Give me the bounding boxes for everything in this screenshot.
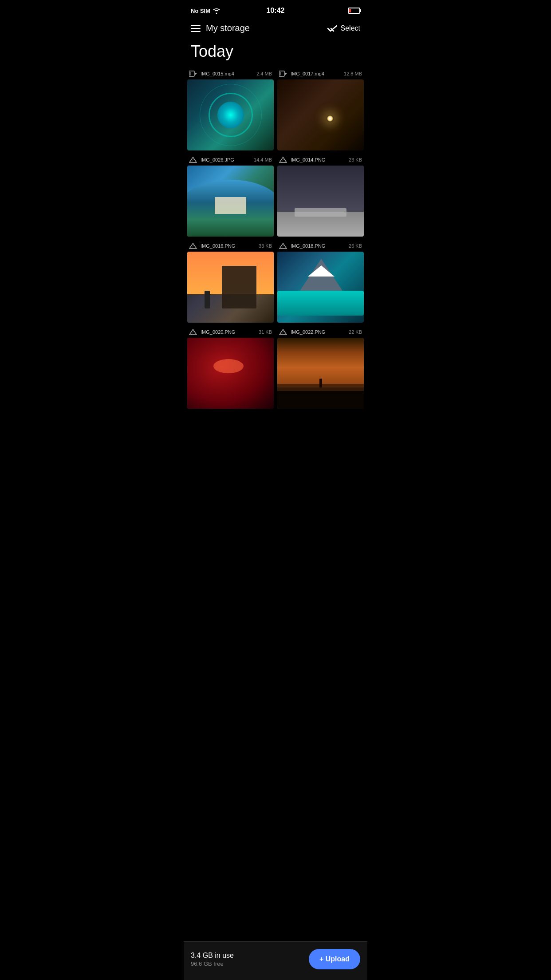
grid-row-4: IMG_0020.PNG 31 KB	[187, 326, 364, 409]
media-info-5: IMG_0016.PNG 33 KB	[187, 240, 274, 252]
filesize-5: 33 KB	[259, 243, 272, 249]
list-item[interactable]: IMG_0015.mp4 2.4 MB	[187, 68, 274, 150]
list-item[interactable]: IMG_0020.PNG 31 KB	[187, 326, 274, 409]
thumbnail-1[interactable]	[187, 79, 274, 150]
filename-6: IMG_0018.PNG	[291, 243, 345, 249]
battery-indicator	[348, 8, 360, 14]
filesize-7: 31 KB	[259, 329, 272, 335]
grid-row-2: IMG_0026.JPG 14.4 MB	[187, 154, 364, 237]
media-info-6: IMG_0018.PNG 26 KB	[277, 240, 364, 252]
list-item[interactable]: IMG_0016.PNG 33 KB	[187, 240, 274, 323]
image-icon	[279, 329, 287, 335]
filename-7: IMG_0020.PNG	[201, 329, 255, 335]
filesize-3: 14.4 MB	[254, 157, 272, 162]
hamburger-line-2	[191, 28, 201, 29]
filename-2: IMG_0017.mp4	[291, 71, 340, 76]
filesize-4: 23 KB	[349, 157, 362, 162]
wifi-icon	[213, 8, 220, 14]
thumbnail-6[interactable]	[277, 252, 364, 323]
filesize-8: 22 KB	[349, 329, 362, 335]
image-icon	[189, 157, 197, 163]
page-title: My storage	[206, 23, 250, 33]
list-item[interactable]: IMG_0017.mp4 12.8 MB	[277, 68, 364, 150]
list-item[interactable]: IMG_0014.PNG 23 KB	[277, 154, 364, 237]
media-info-1: IMG_0015.mp4 2.4 MB	[187, 68, 274, 79]
thumbnail-8[interactable]	[277, 338, 364, 409]
image-icon	[279, 157, 287, 163]
image-icon	[189, 243, 197, 249]
thumbnail-2[interactable]	[277, 79, 364, 150]
video-icon	[279, 71, 287, 77]
list-item[interactable]: IMG_0022.PNG 22 KB	[277, 326, 364, 409]
filename-5: IMG_0016.PNG	[201, 243, 255, 249]
content-area: Today IMG_0015.mp4 2.4 MB	[184, 39, 367, 457]
no-sim-label: No SIM	[191, 8, 210, 14]
media-info-7: IMG_0020.PNG 31 KB	[187, 326, 274, 338]
hamburger-line-3	[191, 31, 201, 32]
grid-row-3: IMG_0016.PNG 33 KB	[187, 240, 364, 323]
checkmark-icon	[327, 24, 337, 32]
select-label: Select	[341, 24, 360, 32]
status-time: 10:42	[267, 7, 285, 15]
video-icon	[189, 71, 197, 77]
media-info-4: IMG_0014.PNG 23 KB	[277, 154, 364, 166]
battery-fill	[349, 9, 351, 12]
filename-8: IMG_0022.PNG	[291, 329, 345, 335]
thumbnail-4[interactable]	[277, 166, 364, 237]
grid-row-1: IMG_0015.mp4 2.4 MB	[187, 68, 364, 150]
list-item[interactable]: IMG_0018.PNG 26 KB	[277, 240, 364, 323]
header-left: My storage	[191, 23, 250, 33]
filename-4: IMG_0014.PNG	[291, 157, 345, 162]
image-icon	[189, 329, 197, 335]
filesize-1: 2.4 MB	[256, 71, 272, 76]
select-button[interactable]: Select	[327, 24, 360, 32]
hamburger-line-1	[191, 25, 201, 26]
filesize-6: 26 KB	[349, 243, 362, 249]
thumbnail-7[interactable]	[187, 338, 274, 409]
filesize-2: 12.8 MB	[344, 71, 362, 76]
list-item[interactable]: IMG_0026.JPG 14.4 MB	[187, 154, 274, 237]
media-grid: IMG_0015.mp4 2.4 MB	[184, 68, 367, 409]
status-right	[348, 8, 360, 14]
filename-3: IMG_0026.JPG	[201, 157, 250, 162]
thumbnail-3[interactable]	[187, 166, 274, 237]
media-info-2: IMG_0017.mp4 12.8 MB	[277, 68, 364, 79]
section-title-today: Today	[184, 39, 367, 68]
media-info-8: IMG_0022.PNG 22 KB	[277, 326, 364, 338]
media-info-3: IMG_0026.JPG 14.4 MB	[187, 154, 274, 166]
image-icon	[279, 243, 287, 249]
filename-1: IMG_0015.mp4	[201, 71, 253, 76]
app-header: My storage Select	[184, 20, 367, 39]
status-left: No SIM	[191, 8, 220, 14]
hamburger-menu-button[interactable]	[191, 25, 201, 32]
status-bar: No SIM 10:42	[184, 0, 367, 20]
thumbnail-5[interactable]	[187, 252, 274, 323]
